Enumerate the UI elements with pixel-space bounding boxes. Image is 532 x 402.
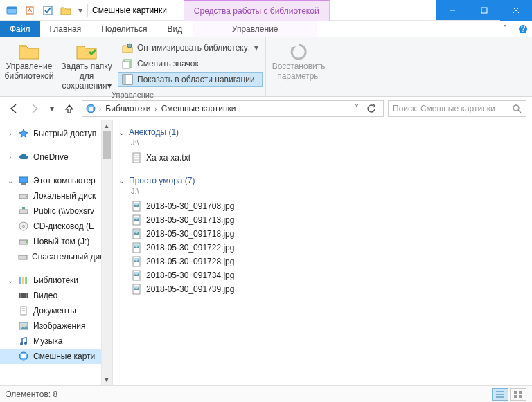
expand-icon[interactable]: ›	[7, 154, 14, 161]
manage-library-button[interactable]: Управление библиотекой	[3, 39, 55, 91]
group-header[interactable]: ⌄Просто умора (7)	[118, 176, 526, 185]
ribbon-group-manage: Управление библиотекой Задать папку для …	[0, 37, 266, 96]
nav-onedrive[interactable]: › OneDrive	[0, 149, 112, 165]
nav-label: Музыка	[33, 336, 62, 346]
app-icon[interactable]	[4, 3, 19, 18]
file-name: 2018-05-30_091718.jpg	[146, 229, 234, 239]
refresh-icon[interactable]	[366, 104, 380, 113]
svg-rect-21	[21, 183, 26, 185]
file-icon	[131, 270, 142, 281]
chevron-down-icon[interactable]: ⌄	[118, 176, 125, 185]
close-button[interactable]	[500, 0, 532, 21]
maximize-button[interactable]	[468, 0, 500, 21]
svg-rect-25	[22, 207, 25, 209]
list-item[interactable]: 2018-05-30_091728.jpg	[118, 255, 526, 268]
list-item[interactable]: 2018-05-30_091722.jpg	[118, 241, 526, 255]
search-icon[interactable]	[512, 104, 522, 113]
list-item[interactable]: 2018-05-30_091718.jpg	[118, 227, 526, 241]
breadcrumb-root[interactable]: Библиотеки	[104, 104, 152, 113]
recent-locations-button[interactable]: ▾	[47, 100, 57, 117]
collapse-icon[interactable]: ⌄	[7, 177, 14, 185]
show-in-nav-label: Показать в области навигации	[137, 75, 255, 84]
scroll-up-icon[interactable]: ▲	[101, 120, 112, 131]
show-in-nav-button[interactable]: Показать в области навигации	[118, 72, 263, 87]
address-dropdown-icon[interactable]: ˅	[350, 104, 364, 113]
body: › Быстрый доступ › OneDrive ⌄ Этот компь…	[0, 120, 532, 385]
chevron-right-icon[interactable]: ›	[99, 105, 101, 113]
up-button[interactable]	[61, 100, 78, 117]
scroll-thumb[interactable]	[103, 131, 111, 159]
nav-videos[interactable]: Видео	[0, 288, 112, 303]
svg-rect-69	[514, 395, 517, 398]
file-name: 2018-05-30_091728.jpg	[146, 257, 234, 266]
tab-home[interactable]: Главная	[40, 21, 92, 37]
restore-settings-button[interactable]: Восстановить параметры	[269, 39, 328, 85]
collapse-ribbon-icon[interactable]: ˄	[496, 21, 514, 37]
nav-new-volume[interactable]: Новый том (J:)	[0, 234, 112, 249]
ribbon-group-restore: Восстановить параметры	[266, 37, 331, 96]
qat-properties-icon[interactable]	[22, 3, 37, 18]
svg-rect-70	[519, 395, 522, 398]
expand-icon[interactable]: ›	[7, 130, 14, 138]
forward-button[interactable]	[26, 100, 43, 117]
minimize-button[interactable]	[436, 0, 468, 21]
optimize-library-button[interactable]: Оптимизировать библиотеку:▾	[118, 40, 263, 55]
folder-check-icon	[76, 42, 98, 61]
nav-label: Этот компьютер	[33, 176, 96, 185]
list-item[interactable]: Xa-xa-xa.txt	[118, 151, 526, 165]
file-name: 2018-05-30_091708.jpg	[146, 201, 234, 211]
address-bar[interactable]: › Библиотеки › Смешные картинки ˅	[82, 100, 384, 117]
collapse-icon[interactable]: ⌄	[7, 277, 14, 284]
svg-rect-10	[19, 45, 26, 47]
search-input[interactable]	[393, 104, 512, 113]
list-item[interactable]: 2018-05-30_091713.jpg	[118, 213, 526, 227]
nav-this-pc[interactable]: ⌄ Этот компьютер	[0, 173, 112, 188]
nav-public-share[interactable]: Public (\\vboxsrv	[0, 203, 112, 219]
file-icon	[131, 228, 142, 239]
ribbon-group-label: Управление	[3, 91, 263, 100]
window-buttons	[436, 0, 532, 20]
set-save-folder-button[interactable]: Задать папку для сохранения▾	[55, 39, 118, 91]
pc-icon	[18, 175, 29, 186]
breadcrumb-leaf[interactable]: Смешные картинки	[160, 104, 238, 113]
scroll-down-icon[interactable]: ▼	[101, 374, 112, 385]
list-item[interactable]: 2018-05-30_091734.jpg	[118, 268, 526, 282]
nav-music[interactable]: Музыка	[0, 334, 112, 349]
optimize-label: Оптимизировать библиотеку:	[137, 43, 250, 53]
nav-documents[interactable]: Документы	[0, 303, 112, 318]
nav-rescue-disk[interactable]: Спасательный диск	[0, 249, 112, 264]
folder-icon[interactable]	[58, 3, 73, 18]
change-icon-button[interactable]: Сменить значок	[118, 56, 263, 71]
nav-scrollbar[interactable]: ▲ ▼	[101, 120, 112, 385]
details-view-button[interactable]	[492, 388, 508, 401]
nav-quick-access[interactable]: › Быстрый доступ	[0, 126, 112, 141]
qat-dropdown-icon[interactable]: ▾	[76, 3, 85, 18]
nav-cd-drive[interactable]: CD-дисковод (E	[0, 219, 112, 234]
picture-icon	[18, 320, 29, 331]
star-icon	[18, 128, 29, 139]
chevron-down-icon[interactable]: ⌄	[118, 128, 125, 137]
group-header[interactable]: ⌄Анектоды (1)	[118, 127, 526, 137]
nav-local-disk[interactable]: Локальный диск	[0, 188, 112, 203]
cloud-icon	[18, 152, 29, 163]
tab-file[interactable]: Файл	[0, 21, 40, 37]
svg-rect-17	[89, 107, 93, 111]
tab-view[interactable]: Вид	[157, 21, 193, 37]
nav-libraries[interactable]: ⌄ Библиотеки	[0, 273, 112, 288]
list-item[interactable]: 2018-05-30_091708.jpg	[118, 199, 526, 213]
nav-funny-pictures[interactable]: Смешные карти	[0, 349, 112, 364]
qat-checkbox-icon[interactable]	[40, 3, 55, 18]
file-list[interactable]: ⌄Анектоды (1)J:\Xa-xa-xa.txt⌄Просто умор…	[113, 120, 532, 385]
nav-pictures[interactable]: Изображения	[0, 318, 112, 334]
list-item[interactable]: 2018-05-30_091739.jpg	[118, 282, 526, 296]
back-button[interactable]	[6, 100, 22, 117]
search-box[interactable]	[388, 100, 526, 117]
thumbnails-view-button[interactable]	[510, 388, 526, 401]
contextual-tab-header: Средства работы с библиотекой	[184, 0, 330, 21]
tab-share[interactable]: Поделиться	[91, 21, 157, 37]
file-name: Xa-xa-xa.txt	[146, 153, 190, 163]
chevron-right-icon[interactable]: ›	[154, 105, 157, 113]
tab-manage[interactable]: Управление	[193, 21, 317, 37]
nav-label: Быстрый доступ	[33, 129, 96, 138]
help-icon[interactable]: ?	[514, 21, 532, 37]
